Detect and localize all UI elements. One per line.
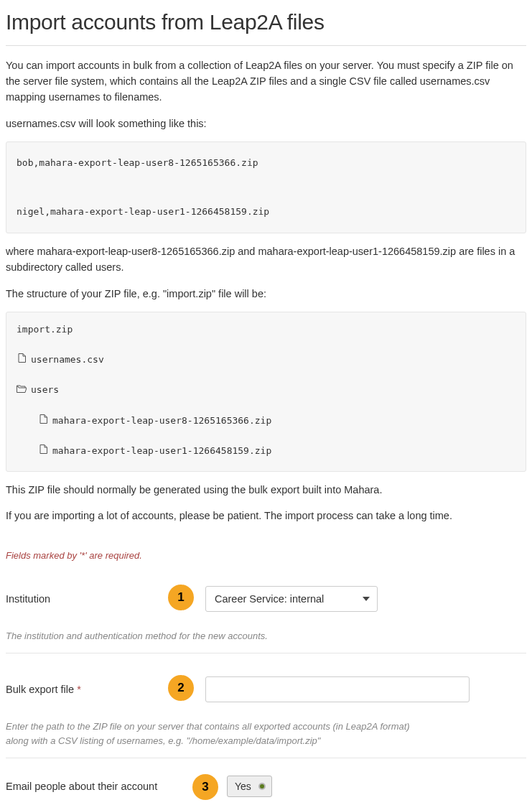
file-help: Enter the path to the ZIP file on your s… xyxy=(6,720,422,748)
page-title: Import accounts from Leap2A files xyxy=(6,6,526,39)
tree-file-1: mahara-export-leap-user8-1265165366.zip xyxy=(17,414,515,428)
callout-badge-2: 2 xyxy=(168,675,194,701)
required-note: Fields marked by '*' are required. xyxy=(6,549,526,563)
institution-label: Institution xyxy=(6,591,181,607)
institution-row: Institution 1 Career Service: internal xyxy=(6,579,526,619)
zip-note: This ZIP file should normally be generat… xyxy=(6,482,526,498)
title-divider xyxy=(6,45,526,46)
divider xyxy=(6,653,526,653)
institution-select-value: Career Service: internal xyxy=(215,591,324,607)
zip-lead: The structure of your ZIP file, e.g. "im… xyxy=(6,286,526,302)
toggle-label: Yes xyxy=(235,779,251,795)
tree-dir: users xyxy=(17,383,515,397)
bulk-export-file-input[interactable] xyxy=(205,676,470,702)
csv-lead: usernames.csv will look something like t… xyxy=(6,116,526,131)
email-toggle[interactable]: Yes xyxy=(227,776,272,797)
file-icon xyxy=(17,353,27,367)
csv-example-code: bob,mahara-export-leap-user8-1265165366.… xyxy=(6,141,526,233)
email-row: Email people about their account 3 Yes xyxy=(6,774,526,799)
tree-file-2: mahara-export-leap-user1-1266458159.zip xyxy=(17,444,515,458)
email-label: Email people about their account xyxy=(6,778,191,794)
chevron-down-icon xyxy=(363,597,370,601)
institution-help: The institution and authentication metho… xyxy=(6,629,526,643)
file-row: Bulk export file * 2 xyxy=(6,669,526,709)
required-asterisk: * xyxy=(77,684,81,695)
zip-structure-tree: import.zip usernames.csv users mahara-ex… xyxy=(6,312,526,472)
intro-text: You can import accounts in bulk from a c… xyxy=(6,57,526,106)
csv-follow: where mahara-export-leap-user8-126516536… xyxy=(6,243,526,276)
tree-root: import.zip xyxy=(17,322,515,337)
folder-open-icon xyxy=(17,383,27,397)
file-icon xyxy=(38,414,48,428)
tree-csv: usernames.csv xyxy=(17,353,515,367)
patience-note: If you are importing a lot of accounts, … xyxy=(6,508,526,524)
toggle-dot-icon xyxy=(258,783,266,790)
file-label: Bulk export file * xyxy=(6,681,181,697)
divider xyxy=(6,758,526,758)
callout-badge-1: 1 xyxy=(168,585,194,610)
file-icon xyxy=(38,444,48,458)
callout-badge-3: 3 xyxy=(192,774,218,800)
institution-select[interactable]: Career Service: internal xyxy=(205,586,378,612)
